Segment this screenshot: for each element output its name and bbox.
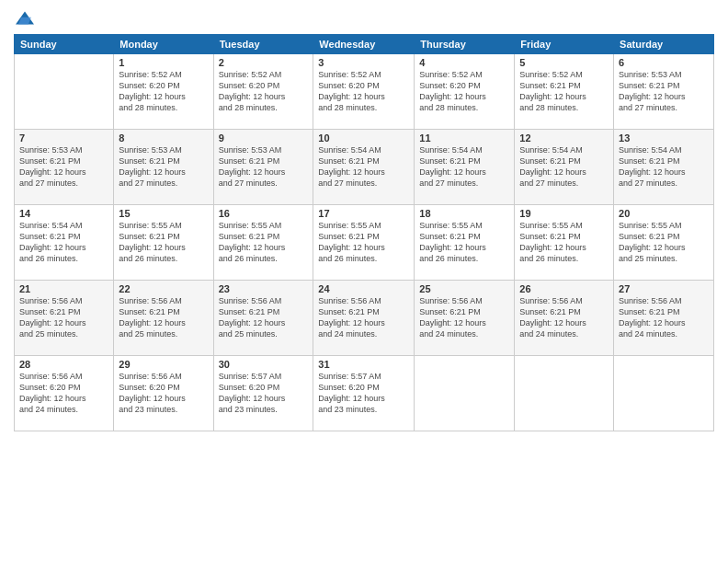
- day-info: Sunrise: 5:53 AM Sunset: 6:21 PM Dayligh…: [619, 69, 709, 114]
- day-info: Sunrise: 5:56 AM Sunset: 6:21 PM Dayligh…: [619, 295, 709, 340]
- day-cell: 22Sunrise: 5:56 AM Sunset: 6:21 PM Dayli…: [114, 281, 213, 356]
- day-number: 21: [19, 283, 108, 294]
- day-info: Sunrise: 5:55 AM Sunset: 6:21 PM Dayligh…: [219, 220, 309, 265]
- week-row-3: 14Sunrise: 5:54 AM Sunset: 6:21 PM Dayli…: [15, 205, 714, 281]
- day-cell: 2Sunrise: 5:52 AM Sunset: 6:20 PM Daylig…: [213, 54, 313, 130]
- day-info: Sunrise: 5:56 AM Sunset: 6:20 PM Dayligh…: [19, 371, 108, 416]
- week-row-2: 7Sunrise: 5:53 AM Sunset: 6:21 PM Daylig…: [15, 130, 714, 205]
- day-info: Sunrise: 5:57 AM Sunset: 6:20 PM Dayligh…: [219, 371, 309, 416]
- day-info: Sunrise: 5:52 AM Sunset: 6:20 PM Dayligh…: [219, 69, 309, 114]
- week-row-5: 28Sunrise: 5:56 AM Sunset: 6:20 PM Dayli…: [15, 356, 714, 431]
- day-number: 14: [19, 208, 108, 219]
- day-info: Sunrise: 5:56 AM Sunset: 6:21 PM Dayligh…: [519, 295, 609, 340]
- day-info: Sunrise: 5:53 AM Sunset: 6:21 PM Dayligh…: [119, 144, 208, 190]
- week-row-1: 1Sunrise: 5:52 AM Sunset: 6:20 PM Daylig…: [15, 54, 714, 130]
- day-number: 18: [419, 208, 509, 219]
- day-number: 16: [219, 208, 309, 219]
- day-info: Sunrise: 5:53 AM Sunset: 6:21 PM Dayligh…: [19, 144, 108, 190]
- day-info: Sunrise: 5:56 AM Sunset: 6:21 PM Dayligh…: [119, 295, 208, 340]
- day-cell: 25Sunrise: 5:56 AM Sunset: 6:21 PM Dayli…: [415, 281, 515, 356]
- day-info: Sunrise: 5:53 AM Sunset: 6:21 PM Dayligh…: [219, 144, 309, 190]
- day-info: Sunrise: 5:55 AM Sunset: 6:21 PM Dayligh…: [119, 220, 208, 265]
- day-cell: 21Sunrise: 5:56 AM Sunset: 6:21 PM Dayli…: [15, 281, 114, 356]
- day-cell: 5Sunrise: 5:52 AM Sunset: 6:21 PM Daylig…: [515, 54, 614, 130]
- day-number: 11: [419, 132, 509, 144]
- day-cell: 29Sunrise: 5:56 AM Sunset: 6:20 PM Dayli…: [114, 356, 213, 431]
- day-number: 15: [119, 208, 208, 219]
- header: [14, 9, 714, 29]
- day-cell: 31Sunrise: 5:57 AM Sunset: 6:20 PM Dayli…: [313, 356, 415, 431]
- calendar-table: SundayMondayTuesdayWednesdayThursdayFrid…: [14, 34, 714, 431]
- day-number: 3: [318, 57, 409, 68]
- day-number: 7: [19, 132, 108, 144]
- day-cell: 27Sunrise: 5:56 AM Sunset: 6:21 PM Dayli…: [614, 281, 714, 356]
- day-number: 31: [318, 359, 409, 370]
- calendar-header-row: SundayMondayTuesdayWednesdayThursdayFrid…: [15, 35, 714, 54]
- day-cell: [15, 54, 114, 130]
- day-number: 22: [119, 283, 208, 294]
- day-info: Sunrise: 5:55 AM Sunset: 6:21 PM Dayligh…: [318, 220, 409, 265]
- day-number: 2: [219, 57, 309, 68]
- day-info: Sunrise: 5:54 AM Sunset: 6:21 PM Dayligh…: [318, 144, 409, 190]
- day-number: 27: [619, 283, 709, 294]
- day-cell: 28Sunrise: 5:56 AM Sunset: 6:20 PM Dayli…: [15, 356, 114, 431]
- day-number: 24: [318, 283, 409, 294]
- day-info: Sunrise: 5:55 AM Sunset: 6:21 PM Dayligh…: [619, 220, 709, 265]
- day-info: Sunrise: 5:57 AM Sunset: 6:20 PM Dayligh…: [318, 371, 409, 416]
- day-cell: [515, 356, 614, 431]
- day-info: Sunrise: 5:56 AM Sunset: 6:21 PM Dayligh…: [419, 295, 509, 340]
- day-number: 20: [619, 208, 709, 219]
- day-cell: 14Sunrise: 5:54 AM Sunset: 6:21 PM Dayli…: [15, 205, 114, 281]
- day-info: Sunrise: 5:56 AM Sunset: 6:21 PM Dayligh…: [219, 295, 309, 340]
- day-info: Sunrise: 5:56 AM Sunset: 6:20 PM Dayligh…: [119, 371, 208, 416]
- day-cell: 6Sunrise: 5:53 AM Sunset: 6:21 PM Daylig…: [614, 54, 714, 130]
- day-info: Sunrise: 5:55 AM Sunset: 6:21 PM Dayligh…: [519, 220, 609, 265]
- day-cell: 26Sunrise: 5:56 AM Sunset: 6:21 PM Dayli…: [515, 281, 614, 356]
- day-info: Sunrise: 5:55 AM Sunset: 6:21 PM Dayligh…: [419, 220, 509, 265]
- day-number: 12: [519, 132, 609, 144]
- day-number: 29: [119, 359, 208, 370]
- day-cell: 4Sunrise: 5:52 AM Sunset: 6:20 PM Daylig…: [415, 54, 515, 130]
- day-number: 4: [419, 57, 509, 68]
- day-info: Sunrise: 5:54 AM Sunset: 6:21 PM Dayligh…: [19, 220, 108, 265]
- day-number: 10: [318, 132, 409, 144]
- day-number: 13: [619, 132, 709, 144]
- day-number: 25: [419, 283, 509, 294]
- day-cell: 13Sunrise: 5:54 AM Sunset: 6:21 PM Dayli…: [614, 130, 714, 205]
- day-cell: [614, 356, 714, 431]
- day-number: 6: [619, 57, 709, 68]
- day-cell: [415, 356, 515, 431]
- day-info: Sunrise: 5:54 AM Sunset: 6:21 PM Dayligh…: [419, 144, 509, 190]
- day-cell: 17Sunrise: 5:55 AM Sunset: 6:21 PM Dayli…: [313, 205, 415, 281]
- day-cell: 16Sunrise: 5:55 AM Sunset: 6:21 PM Dayli…: [213, 205, 313, 281]
- day-cell: 3Sunrise: 5:52 AM Sunset: 6:20 PM Daylig…: [313, 54, 415, 130]
- week-row-4: 21Sunrise: 5:56 AM Sunset: 6:21 PM Dayli…: [15, 281, 714, 356]
- day-info: Sunrise: 5:52 AM Sunset: 6:21 PM Dayligh…: [519, 69, 609, 114]
- logo: [14, 9, 40, 29]
- day-number: 23: [219, 283, 309, 294]
- day-number: 30: [219, 359, 309, 370]
- day-cell: 10Sunrise: 5:54 AM Sunset: 6:21 PM Dayli…: [313, 130, 415, 205]
- day-cell: 15Sunrise: 5:55 AM Sunset: 6:21 PM Dayli…: [114, 205, 213, 281]
- day-info: Sunrise: 5:52 AM Sunset: 6:20 PM Dayligh…: [419, 69, 509, 114]
- page-container: SundayMondayTuesdayWednesdayThursdayFrid…: [0, 0, 728, 441]
- header-saturday: Saturday: [614, 35, 714, 54]
- day-cell: 24Sunrise: 5:56 AM Sunset: 6:21 PM Dayli…: [313, 281, 415, 356]
- day-info: Sunrise: 5:52 AM Sunset: 6:20 PM Dayligh…: [318, 69, 409, 114]
- day-info: Sunrise: 5:52 AM Sunset: 6:20 PM Dayligh…: [119, 69, 208, 114]
- day-cell: 18Sunrise: 5:55 AM Sunset: 6:21 PM Dayli…: [415, 205, 515, 281]
- day-number: 28: [19, 359, 108, 370]
- day-cell: 9Sunrise: 5:53 AM Sunset: 6:21 PM Daylig…: [213, 130, 313, 205]
- day-number: 26: [519, 283, 609, 294]
- day-cell: 19Sunrise: 5:55 AM Sunset: 6:21 PM Dayli…: [515, 205, 614, 281]
- day-number: 8: [119, 132, 208, 144]
- day-number: 5: [519, 57, 609, 68]
- day-cell: 20Sunrise: 5:55 AM Sunset: 6:21 PM Dayli…: [614, 205, 714, 281]
- header-friday: Friday: [515, 35, 614, 54]
- day-cell: 12Sunrise: 5:54 AM Sunset: 6:21 PM Dayli…: [515, 130, 614, 205]
- day-number: 19: [519, 208, 609, 219]
- day-number: 1: [119, 57, 208, 68]
- day-number: 17: [318, 208, 409, 219]
- day-cell: 7Sunrise: 5:53 AM Sunset: 6:21 PM Daylig…: [15, 130, 114, 205]
- day-cell: 23Sunrise: 5:56 AM Sunset: 6:21 PM Dayli…: [213, 281, 313, 356]
